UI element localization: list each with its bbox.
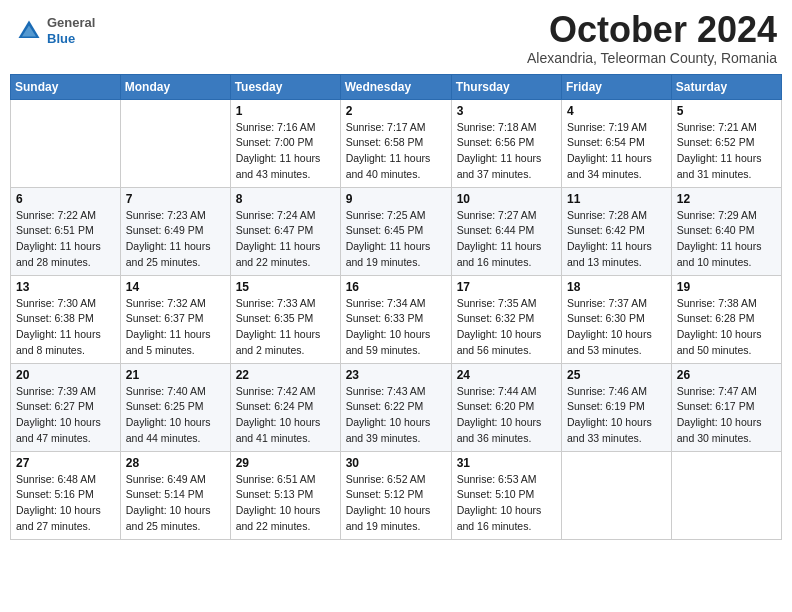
day-info: Sunrise: 7:38 AM Sunset: 6:28 PM Dayligh… [677,296,776,359]
day-info: Sunrise: 6:49 AM Sunset: 5:14 PM Dayligh… [126,472,225,535]
day-number: 1 [236,104,335,118]
day-info: Sunrise: 7:35 AM Sunset: 6:32 PM Dayligh… [457,296,556,359]
day-number: 29 [236,456,335,470]
week-row-2: 6Sunrise: 7:22 AM Sunset: 6:51 PM Daylig… [11,187,782,275]
calendar-cell: 30Sunrise: 6:52 AM Sunset: 5:12 PM Dayli… [340,451,451,539]
day-info: Sunrise: 7:24 AM Sunset: 6:47 PM Dayligh… [236,208,335,271]
day-info: Sunrise: 7:18 AM Sunset: 6:56 PM Dayligh… [457,120,556,183]
week-row-3: 13Sunrise: 7:30 AM Sunset: 6:38 PM Dayli… [11,275,782,363]
calendar-cell: 29Sunrise: 6:51 AM Sunset: 5:13 PM Dayli… [230,451,340,539]
day-info: Sunrise: 6:53 AM Sunset: 5:10 PM Dayligh… [457,472,556,535]
day-number: 21 [126,368,225,382]
calendar-cell: 15Sunrise: 7:33 AM Sunset: 6:35 PM Dayli… [230,275,340,363]
day-number: 2 [346,104,446,118]
calendar-cell: 24Sunrise: 7:44 AM Sunset: 6:20 PM Dayli… [451,363,561,451]
day-number: 20 [16,368,115,382]
calendar-cell: 18Sunrise: 7:37 AM Sunset: 6:30 PM Dayli… [562,275,672,363]
calendar-cell: 12Sunrise: 7:29 AM Sunset: 6:40 PM Dayli… [671,187,781,275]
calendar-cell: 25Sunrise: 7:46 AM Sunset: 6:19 PM Dayli… [562,363,672,451]
calendar-cell: 14Sunrise: 7:32 AM Sunset: 6:37 PM Dayli… [120,275,230,363]
calendar-cell: 26Sunrise: 7:47 AM Sunset: 6:17 PM Dayli… [671,363,781,451]
calendar-cell: 2Sunrise: 7:17 AM Sunset: 6:58 PM Daylig… [340,99,451,187]
day-info: Sunrise: 7:17 AM Sunset: 6:58 PM Dayligh… [346,120,446,183]
day-number: 15 [236,280,335,294]
calendar-cell: 23Sunrise: 7:43 AM Sunset: 6:22 PM Dayli… [340,363,451,451]
day-info: Sunrise: 6:48 AM Sunset: 5:16 PM Dayligh… [16,472,115,535]
day-number: 5 [677,104,776,118]
calendar-cell: 20Sunrise: 7:39 AM Sunset: 6:27 PM Dayli… [11,363,121,451]
day-info: Sunrise: 7:16 AM Sunset: 7:00 PM Dayligh… [236,120,335,183]
day-info: Sunrise: 7:19 AM Sunset: 6:54 PM Dayligh… [567,120,666,183]
calendar-cell: 27Sunrise: 6:48 AM Sunset: 5:16 PM Dayli… [11,451,121,539]
calendar-cell: 28Sunrise: 6:49 AM Sunset: 5:14 PM Dayli… [120,451,230,539]
day-number: 12 [677,192,776,206]
calendar-cell: 8Sunrise: 7:24 AM Sunset: 6:47 PM Daylig… [230,187,340,275]
calendar-cell: 5Sunrise: 7:21 AM Sunset: 6:52 PM Daylig… [671,99,781,187]
day-number: 6 [16,192,115,206]
weekday-thursday: Thursday [451,74,561,99]
weekday-monday: Monday [120,74,230,99]
day-info: Sunrise: 7:32 AM Sunset: 6:37 PM Dayligh… [126,296,225,359]
day-number: 25 [567,368,666,382]
calendar-table: SundayMondayTuesdayWednesdayThursdayFrid… [10,74,782,540]
weekday-sunday: Sunday [11,74,121,99]
calendar-cell: 10Sunrise: 7:27 AM Sunset: 6:44 PM Dayli… [451,187,561,275]
day-info: Sunrise: 7:40 AM Sunset: 6:25 PM Dayligh… [126,384,225,447]
calendar-cell: 31Sunrise: 6:53 AM Sunset: 5:10 PM Dayli… [451,451,561,539]
calendar-cell: 19Sunrise: 7:38 AM Sunset: 6:28 PM Dayli… [671,275,781,363]
calendar-cell: 9Sunrise: 7:25 AM Sunset: 6:45 PM Daylig… [340,187,451,275]
day-info: Sunrise: 7:30 AM Sunset: 6:38 PM Dayligh… [16,296,115,359]
weekday-saturday: Saturday [671,74,781,99]
day-info: Sunrise: 7:27 AM Sunset: 6:44 PM Dayligh… [457,208,556,271]
day-number: 13 [16,280,115,294]
day-number: 26 [677,368,776,382]
logo-blue: Blue [47,31,95,47]
day-info: Sunrise: 7:25 AM Sunset: 6:45 PM Dayligh… [346,208,446,271]
calendar-cell [120,99,230,187]
day-number: 3 [457,104,556,118]
day-number: 19 [677,280,776,294]
day-info: Sunrise: 7:29 AM Sunset: 6:40 PM Dayligh… [677,208,776,271]
title-section: October 2024 Alexandria, Teleorman Count… [527,10,777,66]
day-number: 23 [346,368,446,382]
month-title: October 2024 [527,10,777,50]
calendar-cell [671,451,781,539]
weekday-wednesday: Wednesday [340,74,451,99]
day-number: 28 [126,456,225,470]
day-number: 18 [567,280,666,294]
week-row-5: 27Sunrise: 6:48 AM Sunset: 5:16 PM Dayli… [11,451,782,539]
calendar-cell: 21Sunrise: 7:40 AM Sunset: 6:25 PM Dayli… [120,363,230,451]
day-number: 7 [126,192,225,206]
calendar-cell: 7Sunrise: 7:23 AM Sunset: 6:49 PM Daylig… [120,187,230,275]
calendar-cell [11,99,121,187]
calendar-cell: 1Sunrise: 7:16 AM Sunset: 7:00 PM Daylig… [230,99,340,187]
day-info: Sunrise: 7:37 AM Sunset: 6:30 PM Dayligh… [567,296,666,359]
day-info: Sunrise: 7:39 AM Sunset: 6:27 PM Dayligh… [16,384,115,447]
day-info: Sunrise: 7:42 AM Sunset: 6:24 PM Dayligh… [236,384,335,447]
logo-general: General [47,15,95,31]
day-info: Sunrise: 7:34 AM Sunset: 6:33 PM Dayligh… [346,296,446,359]
day-number: 11 [567,192,666,206]
page-header: General Blue October 2024 Alexandria, Te… [10,10,782,66]
day-number: 22 [236,368,335,382]
weekday-tuesday: Tuesday [230,74,340,99]
day-number: 30 [346,456,446,470]
day-number: 27 [16,456,115,470]
day-info: Sunrise: 7:46 AM Sunset: 6:19 PM Dayligh… [567,384,666,447]
logo-text: General Blue [47,15,95,46]
day-info: Sunrise: 7:44 AM Sunset: 6:20 PM Dayligh… [457,384,556,447]
day-number: 10 [457,192,556,206]
calendar-cell [562,451,672,539]
day-number: 14 [126,280,225,294]
location: Alexandria, Teleorman County, Romania [527,50,777,66]
weekday-friday: Friday [562,74,672,99]
logo: General Blue [15,15,95,46]
day-info: Sunrise: 7:21 AM Sunset: 6:52 PM Dayligh… [677,120,776,183]
calendar-cell: 13Sunrise: 7:30 AM Sunset: 6:38 PM Dayli… [11,275,121,363]
day-info: Sunrise: 7:47 AM Sunset: 6:17 PM Dayligh… [677,384,776,447]
day-number: 9 [346,192,446,206]
day-info: Sunrise: 6:51 AM Sunset: 5:13 PM Dayligh… [236,472,335,535]
day-number: 17 [457,280,556,294]
day-info: Sunrise: 6:52 AM Sunset: 5:12 PM Dayligh… [346,472,446,535]
week-row-4: 20Sunrise: 7:39 AM Sunset: 6:27 PM Dayli… [11,363,782,451]
